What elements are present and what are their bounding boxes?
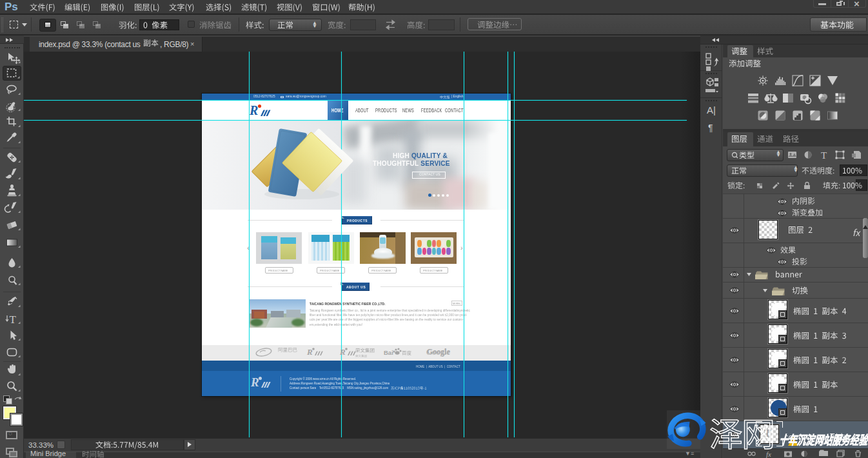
svg-text:R: R	[306, 347, 313, 357]
svg-text:Google: Google	[426, 348, 450, 357]
svg-text:A|: A|	[707, 105, 716, 115]
svg-text:R: R	[339, 347, 346, 357]
svg-text:T: T	[821, 150, 827, 161]
svg-text:R: R	[249, 103, 258, 117]
svg-text:Bai: Bai	[384, 349, 393, 356]
svg-text:T: T	[10, 314, 17, 326]
svg-text:R: R	[250, 375, 259, 389]
svg-text:fx: fx	[766, 450, 771, 458]
svg-text:¶: ¶	[708, 123, 713, 133]
